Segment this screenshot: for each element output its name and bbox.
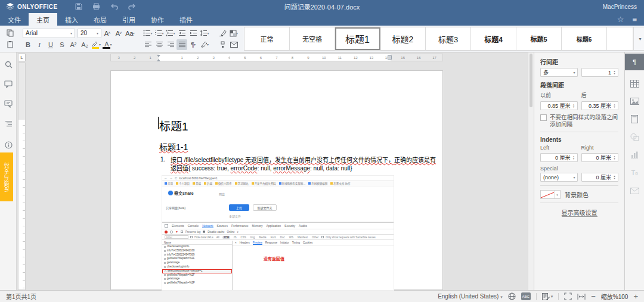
tab-collaboration[interactable]: 协作 (143, 13, 172, 26)
tab-home[interactable]: 主页 (29, 13, 57, 26)
undo-icon[interactable] (110, 2, 119, 11)
spell-checking-icon[interactable]: ABC (521, 292, 531, 300)
doc-heading1[interactable]: 标题1 (159, 117, 188, 133)
ruler-number: 17 (426, 54, 442, 61)
background-color-picker[interactable]: ▾ (540, 190, 561, 199)
subscript-button[interactable]: A₂ (79, 39, 90, 50)
navigation-headings-icon[interactable] (4, 119, 13, 128)
set-language-globe-icon[interactable] (508, 292, 516, 300)
bullets-button[interactable]: ▾ (143, 28, 153, 39)
superscript-button[interactable]: A² (68, 39, 79, 50)
save-icon[interactable] (75, 2, 83, 11)
scrollbar-thumb[interactable] (530, 54, 532, 107)
no-space-between-checkbox[interactable] (540, 114, 547, 121)
style-heading2[interactable]: 标题2 (380, 27, 426, 50)
spacing-after-spinner[interactable]: 0.35 厘米▲▼ (581, 101, 619, 110)
track-changes-icon[interactable]: ▾ (542, 293, 553, 300)
table-settings-icon[interactable] (625, 75, 644, 92)
vertical-scrollbar[interactable] (528, 52, 534, 290)
font-color-button[interactable]: A▾ (102, 39, 113, 50)
underline-button[interactable]: U (45, 39, 56, 50)
bold-button[interactable]: B (23, 39, 33, 50)
styles-expand-button[interactable]: ▾ (633, 27, 644, 50)
justify-button[interactable] (177, 39, 187, 50)
print-icon[interactable] (92, 2, 101, 11)
embedded-screenshot-image[interactable]: ← → C localhost:8081/file?filetype=1 应用 … (162, 175, 394, 291)
document-canvas: L 3 2 1 1 2 3 4 5 6 7 8 9 10 (17, 52, 534, 290)
paragraph-seg: success: true, (190, 165, 230, 172)
align-left-button[interactable] (143, 39, 153, 50)
italic-button[interactable]: I (34, 39, 45, 50)
clear-style-button[interactable] (217, 28, 228, 39)
tab-references[interactable]: 引用 (114, 13, 143, 26)
zoom-out-button[interactable]: − (591, 292, 596, 301)
strikeout-button[interactable]: S (57, 39, 67, 50)
style-no-spacing[interactable]: 无空格 (290, 27, 335, 50)
highlight-color-button[interactable]: ▾ (91, 39, 101, 50)
spacing-before-spinner[interactable]: 0.85 厘米▲▼ (540, 101, 578, 110)
tab-layout[interactable]: 布局 (86, 13, 114, 26)
image-settings-icon[interactable] (625, 93, 644, 110)
copy-style-button[interactable] (217, 39, 228, 50)
tab-stop-selector[interactable]: L (18, 54, 26, 61)
horizontal-ruler[interactable]: 3 2 1 1 2 3 4 5 6 7 8 9 10 11 12 13 (110, 54, 443, 61)
paste-button[interactable] (5, 39, 16, 50)
view-settings-icon[interactable]: ≡ (632, 15, 637, 24)
page-count-label[interactable]: 第1页共1页 (6, 292, 36, 301)
vertical-ruler[interactable] (18, 63, 26, 290)
align-right-button[interactable] (165, 39, 176, 50)
comments-icon[interactable] (4, 79, 13, 89)
tab-file[interactable]: 文件 (0, 13, 29, 26)
increase-indent-button[interactable] (188, 28, 199, 39)
document-page[interactable]: 标题1 标题1-1 1. 接口 /file/selectfilebyfilety… (110, 70, 443, 290)
align-center-button[interactable] (154, 39, 165, 50)
right-indent-marker[interactable] (388, 55, 392, 60)
mail-merge-icon[interactable] (228, 39, 239, 50)
redo-icon[interactable] (128, 2, 137, 11)
feedback-support-tab[interactable]: 反馈与支持 (0, 152, 13, 201)
paragraph-settings-panel: 行间距 多▾ 1▲▼ 段落间距 以前 后 0.85 厘米▲▼ 0.35 厘米▲▼… (534, 52, 624, 290)
tab-plugins[interactable]: 插件 (172, 13, 200, 26)
zoom-in-button[interactable]: + (633, 292, 638, 301)
header-footer-settings-icon[interactable] (625, 111, 644, 127)
style-normal[interactable]: 正常 (244, 27, 290, 50)
style-heading5[interactable]: 标题5 (516, 27, 562, 50)
shading-button[interactable]: ▾ (199, 39, 210, 50)
decrease-indent-button[interactable] (177, 28, 187, 39)
chat-icon[interactable] (4, 99, 13, 108)
line-spacing-value-spinner[interactable]: 1▲▼ (581, 68, 619, 77)
paragraph-settings-icon[interactable]: ¶ (625, 54, 644, 70)
fit-page-icon[interactable] (564, 292, 572, 300)
multilevel-list-button[interactable]: ▾ (165, 28, 176, 39)
numbering-button[interactable]: ▾ (154, 28, 165, 39)
special-amount-spinner[interactable]: 0 厘米▲▼ (581, 173, 619, 182)
change-case-button[interactable]: Aa▾ (125, 28, 135, 39)
special-select[interactable]: (none)▾ (540, 173, 578, 182)
fit-width-icon[interactable] (577, 294, 586, 300)
language-select[interactable]: English (United States) ▾ (438, 293, 503, 300)
indent-right-spinner[interactable]: 0 厘米▲▼ (581, 153, 619, 162)
search-icon[interactable] (4, 60, 13, 69)
font-size-select[interactable]: 20▾ (78, 29, 101, 38)
list-item-text[interactable]: 接口 /file/selectfilebyfiletype 无返回值，发生在当前… (171, 156, 436, 173)
decrease-font-button[interactable]: A˅ (113, 28, 124, 39)
favorite-star-icon[interactable]: ☆ (617, 15, 624, 24)
style-heading4[interactable]: 标题4 (471, 27, 516, 50)
line-spacing-button[interactable]: ▾ (199, 28, 210, 39)
indent-marker[interactable] (157, 55, 160, 61)
nonprinting-characters-button[interactable]: ¶▾ (188, 39, 199, 50)
show-advanced-settings-link[interactable]: 显示高级设置 (562, 210, 597, 217)
color-scheme-button[interactable]: ▾ (228, 28, 239, 39)
copy-button[interactable] (5, 28, 16, 39)
line-spacing-select[interactable]: 多▾ (540, 68, 578, 77)
font-name-select[interactable]: Arial▾ (23, 29, 75, 38)
style-heading6[interactable]: 标题6 (562, 27, 607, 50)
increase-font-button[interactable]: A˄ (102, 28, 113, 39)
zoom-level-label[interactable]: 缩放%100 (601, 292, 628, 301)
tab-insert[interactable]: 插入 (57, 13, 86, 26)
style-heading3[interactable]: 标题3 (426, 27, 471, 50)
indent-left-spinner[interactable]: 0 厘米▲▼ (540, 153, 578, 162)
about-icon[interactable] (4, 140, 13, 150)
style-heading1[interactable]: 标题1 (335, 27, 380, 50)
doc-heading2[interactable]: 标题1-1 (159, 141, 188, 152)
